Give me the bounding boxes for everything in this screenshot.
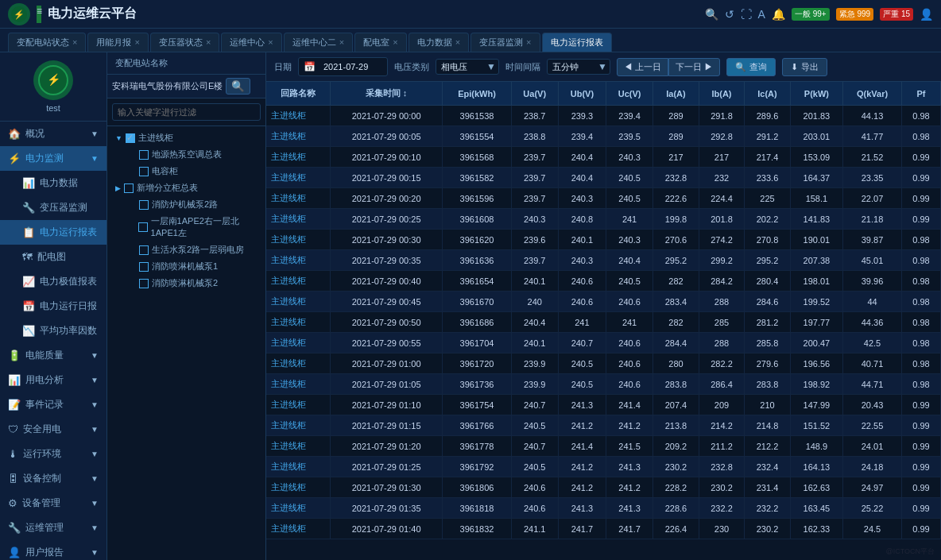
sidebar-item-设备管理[interactable]: ⚙ 设备管理 ▼: [0, 491, 106, 516]
cell-6: 282: [653, 271, 699, 292]
tab-变配电站状态[interactable]: 变配电站状态×: [8, 33, 86, 52]
cell-0: 主进线柜: [266, 395, 330, 415]
tree-checkbox[interactable]: [139, 245, 149, 255]
tree-search-input[interactable]: [112, 103, 261, 121]
tab-运维中心[interactable]: 运维中心×: [221, 33, 281, 52]
cell-2: 3961568: [443, 147, 511, 168]
tab-用能月报[interactable]: 用能月报×: [87, 33, 148, 52]
sidebar-item-电能质量[interactable]: 🔋 电能质量 ▼: [0, 343, 106, 368]
date-input[interactable]: [319, 60, 382, 74]
tab-电力数据[interactable]: 电力数据×: [409, 33, 469, 52]
sidebar-item-用户报告[interactable]: 👤 用户报告 ▼: [0, 540, 106, 560]
tab-close-icon[interactable]: ×: [455, 37, 460, 47]
tree-item-一层南1APE2右一层北1APE1左[interactable]: 一层南1APE2右一层北1APE1左: [110, 213, 262, 241]
cell-0: 主进线柜: [266, 292, 330, 312]
cell-4: 241: [558, 312, 606, 333]
tree-item-label: 生活水泵2路一层弱电房: [152, 244, 244, 256]
sidebar-item-概况[interactable]: 🏠 概况 ▼: [0, 122, 106, 146]
cell-2: 3961766: [443, 415, 511, 436]
sidebar-label: 设备管理: [22, 496, 60, 510]
cell-1: 2021-07-29 00:50: [330, 312, 443, 333]
substation-search-btn[interactable]: 🔍: [226, 78, 250, 95]
cell-11: 0.99: [902, 498, 941, 519]
cell-5: 241.2: [606, 477, 653, 498]
sidebar-item-用电分析[interactable]: 📊 用电分析 ▼: [0, 368, 106, 392]
cell-7: 209: [699, 395, 745, 415]
tree-item-主进线柜[interactable]: ▼✓主进线柜: [110, 129, 262, 146]
cell-5: 240.5: [606, 271, 653, 292]
interval-select[interactable]: 五分钟一分钟十五分钟: [547, 59, 610, 75]
tree-checkbox[interactable]: ✓: [126, 133, 135, 143]
tree-item-地源热泵空调总表[interactable]: 地源热泵空调总表: [110, 146, 262, 163]
sidebar-label: 用户报告: [25, 546, 64, 559]
export-btn[interactable]: ⬇ 导出: [782, 58, 827, 76]
sidebar-item-电力运行日报[interactable]: 📅 电力运行日报: [0, 294, 106, 319]
sidebar-item-事件记录[interactable]: 📝 事件记录 ▼: [0, 392, 106, 417]
next-day-btn[interactable]: 下一日 ▶: [668, 58, 720, 76]
tab-close-icon[interactable]: ×: [526, 37, 531, 47]
sidebar-item-电力运行报表[interactable]: 📋 电力运行报表: [0, 220, 106, 245]
tab-运维中心二[interactable]: 运维中心二×: [284, 33, 353, 52]
tree-checkbox[interactable]: [139, 262, 149, 272]
watermark: @ICTOCN平台: [886, 546, 935, 557]
tab-close-icon[interactable]: ×: [393, 37, 397, 47]
tab-变压器监测[interactable]: 变压器监测×: [470, 33, 540, 52]
cell-11: 0.98: [902, 106, 941, 126]
tree-item-消防炉机械泵2路[interactable]: 消防炉机械泵2路: [110, 196, 262, 213]
sidebar-item-运行环境[interactable]: 🌡 运行环境 ▼: [0, 442, 106, 466]
tree-checkbox[interactable]: [124, 183, 134, 193]
user-icon[interactable]: 👤: [920, 8, 933, 21]
query-btn[interactable]: 🔍 查询: [726, 58, 776, 76]
content-area: 日期 📅 电压类别 相电压线电压 ▼ 时间间隔: [266, 52, 941, 560]
tab-变压器状态[interactable]: 变压器状态×: [150, 33, 219, 52]
right-panel: 变配电站名称 安科瑞电气股份有限公司E楼 🔍 ▼✓主进线柜地源热泵空调总表电容柜…: [107, 52, 941, 560]
col-Ia(A): Ia(A): [653, 82, 699, 106]
sidebar-item-平均功率因数[interactable]: 📉 平均功率因数: [0, 319, 106, 343]
cell-6: 283.4: [653, 292, 699, 312]
settings-icon[interactable]: 🔔: [772, 8, 785, 21]
tree-checkbox[interactable]: [139, 150, 149, 160]
tab-配电室[interactable]: 配电室×: [354, 33, 406, 52]
sidebar-item-安全用电[interactable]: 🛡 安全用电 ▼: [0, 417, 106, 442]
prev-day-btn[interactable]: ◀ 上一日: [617, 58, 668, 76]
tab-close-icon[interactable]: ×: [72, 37, 77, 47]
cell-11: 0.99: [902, 436, 941, 457]
sidebar-item-电力监测[interactable]: ⚡ 电力监测 ▼: [0, 146, 106, 171]
tree-checkbox[interactable]: [138, 222, 148, 232]
sidebar-item-配电图[interactable]: 🗺 配电图: [0, 245, 106, 269]
tree-item-新增分立柜总表[interactable]: ▶新增分立柜总表: [110, 180, 262, 196]
tree-checkbox[interactable]: [139, 200, 149, 210]
tab-close-icon[interactable]: ×: [134, 37, 139, 47]
cell-7: 232.8: [699, 457, 745, 477]
sidebar-item-变压器监测[interactable]: 🔧 变压器监测: [0, 195, 106, 220]
sidebar-item-运维管理[interactable]: 🔧 运维管理 ▼: [0, 516, 106, 540]
sidebar-item-电力极值报表[interactable]: 📈 电力极值报表: [0, 269, 106, 294]
sidebar-item-设备控制[interactable]: 🎛 设备控制 ▼: [0, 466, 106, 491]
refresh-icon[interactable]: ↺: [725, 8, 734, 21]
search-icon[interactable]: 🔍: [705, 8, 718, 21]
tab-close-icon[interactable]: ×: [268, 37, 273, 47]
sidebar-arrow-icon: ▼: [91, 154, 99, 163]
menu-icon[interactable]: ≡: [37, 6, 41, 23]
tree-checkbox[interactable]: [139, 279, 149, 288]
voltage-select[interactable]: 相电压线电压: [436, 59, 499, 75]
cell-5: 241.4: [606, 395, 653, 415]
tree-item-电容柜[interactable]: 电容柜: [110, 163, 262, 180]
cell-6: 199.8: [653, 209, 699, 230]
cell-5: 241.3: [606, 457, 653, 477]
tab-电力运行报表[interactable]: 电力运行报表: [542, 33, 612, 52]
tab-close-icon[interactable]: ×: [206, 37, 211, 47]
cell-11: 0.98: [902, 126, 941, 147]
cell-1: 2021-07-29 01:25: [330, 457, 443, 477]
fullscreen-icon[interactable]: ⛶: [741, 8, 752, 21]
tab-close-icon[interactable]: ×: [339, 37, 344, 47]
tree-item-消防喷淋机械泵1[interactable]: 消防喷淋机械泵1: [110, 258, 262, 275]
sidebar-item-电力数据[interactable]: 📊 电力数据: [0, 171, 106, 195]
cell-10: 20.43: [843, 395, 902, 415]
tree-checkbox[interactable]: [139, 167, 149, 176]
font-icon[interactable]: A: [758, 8, 765, 21]
sidebar-label: 电力数据: [40, 176, 78, 190]
tree-item-生活水泵2路一层弱电房[interactable]: 生活水泵2路一层弱电房: [110, 241, 262, 258]
tree-item-消防喷淋机械泵2[interactable]: 消防喷淋机械泵2: [110, 275, 262, 292]
cell-5: 240.5: [606, 168, 653, 188]
